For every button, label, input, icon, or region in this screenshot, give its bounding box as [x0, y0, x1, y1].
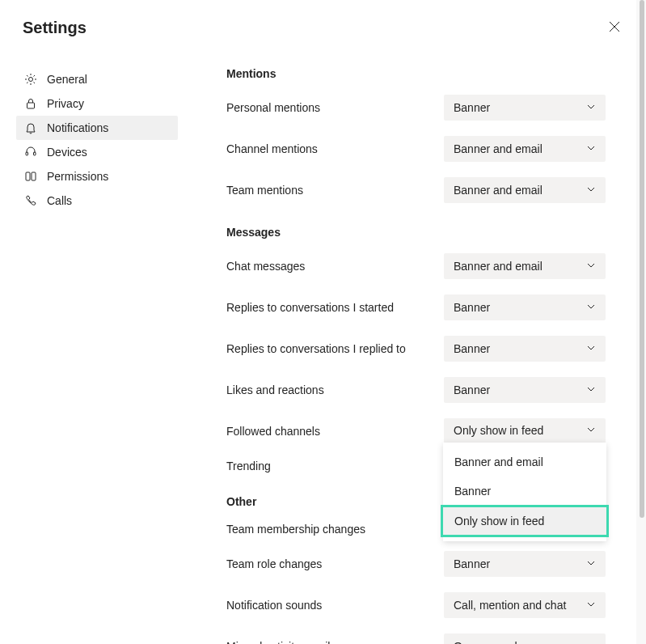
- setting-label: Chat messages: [226, 260, 305, 273]
- setting-label: Followed channels: [226, 425, 320, 438]
- dropdown-menu: Banner and email Banner Only show in fee…: [443, 443, 606, 541]
- dropdown-channel-mentions[interactable]: Banner and email: [444, 136, 606, 162]
- dropdown-followed-channels[interactable]: Only show in feed Banner and email Banne…: [444, 418, 606, 444]
- setting-label: Team mentions: [226, 184, 303, 197]
- sidebar: General Privacy Notifications Devices Pe…: [16, 51, 178, 644]
- sidebar-item-label: Permissions: [47, 170, 108, 183]
- svg-rect-5: [32, 172, 36, 180]
- setting-label: Notification sounds: [226, 599, 322, 612]
- dropdown-replies-started[interactable]: Banner: [444, 294, 606, 320]
- chevron-down-icon: [586, 342, 596, 355]
- setting-row: Channel mentions Banner and email: [226, 136, 606, 162]
- sidebar-item-label: General: [47, 73, 87, 86]
- phone-icon: [24, 194, 37, 207]
- sidebar-item-calls[interactable]: Calls: [16, 189, 178, 213]
- sidebar-item-label: Devices: [47, 146, 87, 159]
- setting-label: Missed activity emails: [226, 640, 336, 644]
- chevron-down-icon: [586, 383, 596, 396]
- setting-label: Personal mentions: [226, 101, 320, 114]
- dropdown-missed-emails[interactable]: Once every hour: [444, 633, 606, 644]
- setting-label: Channel mentions: [226, 142, 318, 155]
- sidebar-item-devices[interactable]: Devices: [16, 140, 178, 164]
- setting-row: Chat messages Banner and email: [226, 253, 606, 279]
- dropdown-notification-sounds[interactable]: Call, mention and chat: [444, 592, 606, 618]
- dropdown-option-banner[interactable]: Banner: [443, 477, 606, 506]
- setting-row: Replies to conversations I replied to Ba…: [226, 336, 606, 362]
- dropdown-value: Banner and email: [454, 184, 543, 197]
- dropdown-value: Banner and email: [454, 260, 543, 273]
- headset-icon: [24, 146, 37, 159]
- dropdown-value: Banner: [454, 101, 490, 114]
- chevron-down-icon: [586, 424, 596, 437]
- setting-label: Team role changes: [226, 557, 322, 570]
- setting-label: Likes and reactions: [226, 383, 324, 396]
- dropdown-personal-mentions[interactable]: Banner: [444, 95, 606, 121]
- setting-row: Missed activity emails Once every hour: [226, 633, 606, 644]
- dropdown-likes-reactions[interactable]: Banner: [444, 377, 606, 403]
- setting-row: Team mentions Banner and email: [226, 177, 606, 203]
- sidebar-item-label: Calls: [47, 194, 72, 207]
- main-content: Mentions Personal mentions Banner Channe…: [178, 51, 646, 644]
- chevron-down-icon: [586, 599, 596, 612]
- dropdown-role-changes[interactable]: Banner: [444, 551, 606, 577]
- dropdown-option-only-feed[interactable]: Only show in feed: [441, 505, 609, 537]
- dropdown-value: Banner: [454, 342, 490, 355]
- setting-row: Notification sounds Call, mention and ch…: [226, 592, 606, 618]
- chevron-down-icon: [586, 557, 596, 570]
- chevron-down-icon: [586, 640, 596, 644]
- chevron-down-icon: [586, 260, 596, 273]
- setting-label: Replies to conversations I replied to: [226, 342, 406, 355]
- setting-row: Followed channels Only show in feed Bann…: [226, 418, 606, 444]
- dropdown-replies-replied[interactable]: Banner: [444, 336, 606, 362]
- setting-label: Trending: [226, 460, 271, 472]
- setting-label: Replies to conversations I started: [226, 301, 394, 314]
- dropdown-value: Only show in feed: [454, 424, 543, 437]
- chevron-down-icon: [586, 184, 596, 197]
- sidebar-item-privacy[interactable]: Privacy: [16, 91, 178, 116]
- dropdown-value: Banner: [454, 557, 490, 570]
- dropdown-value: Banner: [454, 301, 490, 314]
- scrollbar-thumb[interactable]: [640, 0, 644, 518]
- dropdown-value: Call, mention and chat: [454, 599, 566, 612]
- bell-icon: [24, 121, 37, 134]
- gear-icon: [24, 73, 37, 86]
- dropdown-value: Once every hour: [454, 640, 538, 644]
- close-icon: [609, 21, 620, 35]
- key-icon: [24, 170, 37, 183]
- sidebar-item-label: Privacy: [47, 97, 84, 110]
- setting-row: Team role changes Banner: [226, 551, 606, 577]
- sidebar-item-label: Notifications: [47, 121, 108, 134]
- dropdown-chat-messages[interactable]: Banner and email: [444, 253, 606, 279]
- setting-row: Likes and reactions Banner: [226, 377, 606, 403]
- page-title: Settings: [23, 19, 87, 37]
- scrollbar[interactable]: [636, 0, 646, 644]
- section-title-mentions: Mentions: [226, 67, 606, 80]
- dropdown-team-mentions[interactable]: Banner and email: [444, 177, 606, 203]
- setting-row: Personal mentions Banner: [226, 95, 606, 121]
- dropdown-value: Banner: [454, 383, 490, 396]
- sidebar-item-permissions[interactable]: Permissions: [16, 164, 178, 189]
- svg-point-0: [29, 78, 33, 82]
- chevron-down-icon: [586, 142, 596, 155]
- dropdown-option-banner-email[interactable]: Banner and email: [443, 447, 606, 477]
- chevron-down-icon: [586, 101, 596, 114]
- sidebar-item-notifications[interactable]: Notifications: [16, 116, 178, 140]
- svg-rect-4: [26, 172, 30, 180]
- sidebar-item-general[interactable]: General: [16, 67, 178, 91]
- svg-rect-1: [27, 103, 35, 108]
- close-button[interactable]: [606, 18, 623, 38]
- setting-row: Replies to conversations I started Banne…: [226, 294, 606, 320]
- section-title-messages: Messages: [226, 226, 606, 239]
- setting-label: Team membership changes: [226, 523, 365, 536]
- lock-icon: [24, 97, 37, 110]
- chevron-down-icon: [586, 301, 596, 314]
- dropdown-value: Banner and email: [454, 142, 543, 155]
